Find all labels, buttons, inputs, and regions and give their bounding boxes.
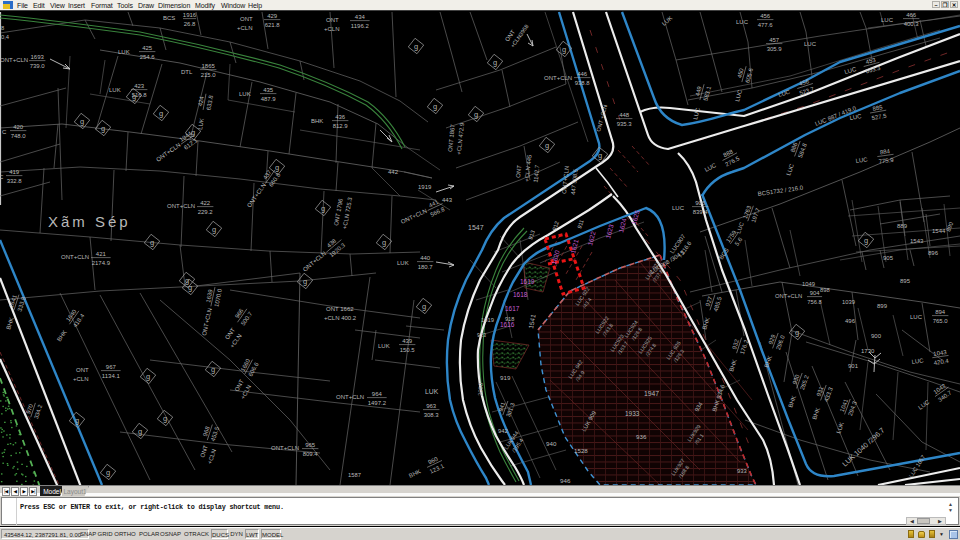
svg-text:457: 457 [769, 37, 780, 43]
svg-text:456: 456 [760, 13, 771, 19]
svg-text:400.3: 400.3 [904, 21, 920, 27]
svg-text:446: 446 [577, 71, 588, 77]
svg-text:466: 466 [906, 12, 917, 18]
svg-text:889: 889 [897, 223, 908, 229]
svg-text:963: 963 [426, 403, 437, 409]
svg-text:8: 8 [1, 25, 4, 31]
svg-text:967: 967 [106, 364, 117, 370]
svg-text:BHK: BHK [311, 118, 323, 124]
svg-text:LUK: LUK [239, 91, 251, 97]
svg-text:443: 443 [442, 197, 453, 203]
svg-text:1547: 1547 [468, 224, 484, 231]
svg-text:+CLN: +CLN [237, 25, 253, 31]
svg-text:900: 900 [871, 333, 882, 339]
svg-text:621.8: 621.8 [265, 22, 281, 28]
svg-text:440: 440 [420, 255, 431, 261]
svg-text:938.8: 938.8 [575, 80, 591, 86]
svg-text:420: 420 [13, 124, 24, 130]
svg-text:913: 913 [477, 332, 486, 338]
svg-text:839.4: 839.4 [693, 209, 709, 215]
svg-text:1865: 1865 [202, 63, 216, 69]
svg-text:1947: 1947 [644, 390, 659, 397]
svg-text:215.0: 215.0 [201, 72, 217, 78]
svg-text:1919: 1919 [418, 184, 432, 190]
svg-text:1933: 1933 [625, 410, 640, 417]
svg-text:LUC: LUC [804, 41, 817, 47]
svg-text:935.3: 935.3 [617, 121, 633, 127]
svg-text:LUK: LUK [425, 388, 439, 395]
svg-text:905: 905 [883, 255, 894, 261]
svg-text:1916: 1916 [183, 12, 197, 18]
svg-text:1693: 1693 [31, 54, 45, 60]
svg-text:946: 946 [560, 477, 571, 484]
svg-text:Xãm Sép: Xãm Sép [48, 213, 131, 230]
svg-text:ONT+CLN: ONT+CLN [544, 75, 572, 81]
svg-text:439: 439 [402, 338, 413, 344]
svg-text:421: 421 [96, 251, 107, 257]
svg-text:496: 496 [845, 318, 856, 324]
svg-text:1134.1: 1134.1 [102, 373, 121, 379]
svg-text:425: 425 [142, 45, 153, 51]
svg-text:899: 899 [877, 303, 888, 309]
svg-text:1543: 1543 [910, 238, 924, 244]
svg-text:ONT: ONT [240, 16, 253, 22]
svg-text:516.8: 516.8 [132, 92, 148, 98]
svg-text:895: 895 [900, 278, 911, 284]
svg-text:308.3: 308.3 [424, 412, 440, 418]
svg-text:LUC: LUC [672, 205, 685, 211]
svg-text:ONT+CLN: ONT+CLN [0, 57, 28, 63]
svg-text:2050: 2050 [477, 383, 484, 396]
svg-text:ONT+CLN: ONT+CLN [167, 203, 195, 209]
svg-text:26.8: 26.8 [184, 21, 196, 27]
svg-text:901: 901 [848, 363, 859, 369]
svg-text:896: 896 [928, 250, 939, 256]
svg-text:898: 898 [820, 287, 830, 293]
svg-text:2174.9: 2174.9 [92, 260, 111, 266]
svg-text:229.2: 229.2 [198, 209, 214, 215]
svg-text:429: 429 [267, 13, 278, 19]
svg-text:1617: 1617 [505, 305, 520, 312]
svg-text:448: 448 [619, 112, 630, 118]
svg-text:1544: 1544 [932, 228, 946, 234]
svg-text:936: 936 [636, 433, 647, 440]
svg-text:477.6: 477.6 [758, 22, 774, 28]
svg-text:+CLN: +CLN [73, 376, 89, 382]
svg-text:1497.2: 1497.2 [368, 400, 387, 406]
svg-text:933: 933 [737, 468, 747, 474]
svg-text:ONT+CLN: ONT+CLN [61, 254, 89, 260]
svg-text:1039: 1039 [842, 299, 855, 305]
svg-text:DTL: DTL [181, 69, 193, 75]
svg-text:1196.2: 1196.2 [351, 23, 370, 29]
svg-text:942: 942 [498, 428, 508, 434]
svg-text:436: 436 [335, 114, 346, 120]
svg-text:LUK: LUK [378, 343, 390, 349]
svg-text:ONT: ONT [76, 367, 89, 373]
svg-text:906: 906 [695, 200, 706, 206]
svg-text:BCS: BCS [163, 15, 175, 21]
svg-text:LUK: LUK [397, 260, 409, 266]
svg-text:ONT+CLN: ONT+CLN [775, 293, 802, 299]
svg-text:254.6: 254.6 [140, 54, 156, 60]
svg-text:1528: 1528 [574, 447, 588, 454]
svg-text:748.0: 748.0 [11, 133, 27, 139]
svg-text:1616: 1616 [500, 321, 515, 328]
svg-text:940: 940 [546, 440, 557, 447]
svg-text:305.9: 305.9 [767, 46, 783, 52]
svg-text:LUK: LUK [118, 49, 130, 55]
svg-text:0,4: 0,4 [1, 34, 10, 40]
svg-text:+CLN 400.2: +CLN 400.2 [324, 315, 357, 321]
svg-text:150.5: 150.5 [400, 347, 416, 353]
svg-text:435: 435 [263, 87, 274, 93]
svg-text:LUC: LUC [881, 17, 894, 23]
svg-text:1919: 1919 [481, 317, 494, 323]
svg-text:332.8: 332.8 [7, 178, 23, 184]
svg-text:LUC: LUC [736, 19, 749, 25]
svg-text:C: C [2, 129, 7, 135]
svg-text:1730: 1730 [861, 348, 875, 354]
svg-text:1619: 1619 [520, 278, 535, 285]
svg-text:487.9: 487.9 [261, 96, 277, 102]
svg-text:ONT+CLN: ONT+CLN [336, 394, 364, 400]
svg-text:LUK: LUK [109, 87, 121, 93]
svg-text:965: 965 [305, 442, 316, 448]
svg-text:809.4: 809.4 [303, 451, 319, 457]
